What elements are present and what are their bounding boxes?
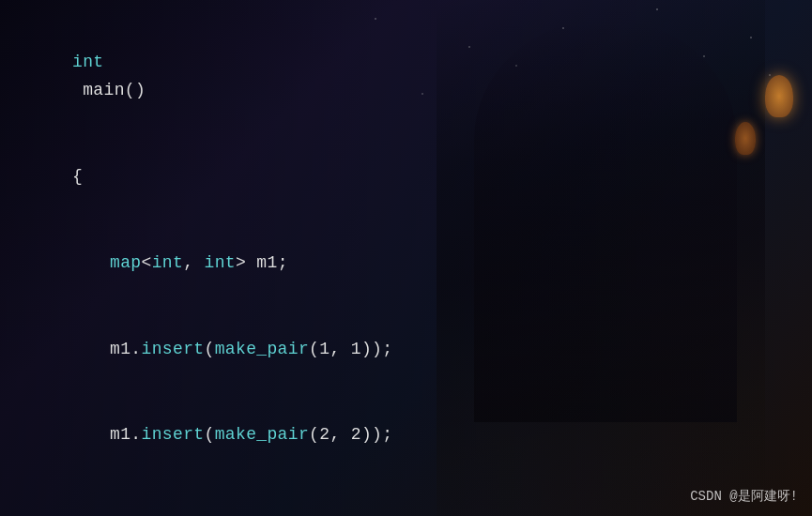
code-panel: int main() { map<int, int> m1; m1.insert…: [0, 0, 812, 516]
code-line-1: int main(): [9, 19, 803, 133]
code-line-7: map<int, int>::reverse_iterator it = m1.…: [9, 507, 803, 516]
func-main: main(): [72, 81, 146, 99]
code-line-4: m1.insert(make_pair(1, 1));: [9, 306, 803, 392]
watermark: CSDN @是阿建呀!: [690, 488, 798, 505]
code-block: int main() { map<int, int> m1; m1.insert…: [9, 19, 803, 516]
code-line-6: [9, 478, 803, 508]
code-line-5: m1.insert(make_pair(2, 2));: [9, 392, 803, 478]
keyword-int: int: [72, 53, 104, 71]
code-line-3: map<int, int> m1;: [9, 220, 803, 306]
code-line-2: {: [9, 133, 803, 220]
